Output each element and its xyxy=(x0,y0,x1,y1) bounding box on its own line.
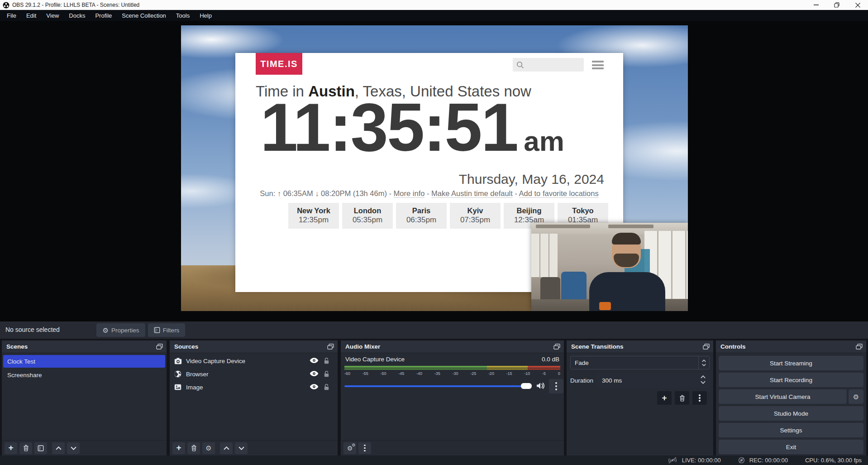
filter-icon xyxy=(154,327,160,333)
scene-item-clock-test[interactable]: Clock Test xyxy=(3,355,165,368)
menu-tools[interactable]: Tools xyxy=(171,10,195,21)
clock-display: 11:35:51 am xyxy=(260,92,604,163)
camera-icon xyxy=(174,358,182,364)
start-recording-button[interactable]: Start Recording xyxy=(719,373,863,387)
move-scene-down-button[interactable] xyxy=(67,442,80,454)
sources-title: Sources xyxy=(174,343,198,350)
source-row-browser[interactable]: Browser xyxy=(170,368,338,380)
visibility-eye-icon[interactable] xyxy=(310,357,319,364)
settings-button[interactable]: Settings xyxy=(719,423,863,437)
program-canvas[interactable]: TIME.IS Time in Austin, Texas, United St… xyxy=(181,25,688,311)
move-scene-up-button[interactable] xyxy=(52,442,65,454)
remove-source-button[interactable] xyxy=(187,442,200,454)
search-icon xyxy=(516,61,524,69)
source-properties-button[interactable]: ⚙ xyxy=(202,442,215,454)
menu-profile[interactable]: Profile xyxy=(90,10,117,21)
meter-scale: -60-55-50-45-40-35-30-25-20-15-10-50 xyxy=(344,371,560,376)
filters-button[interactable]: Filters xyxy=(148,323,185,337)
meter-tick-label: -50 xyxy=(380,371,386,376)
lock-icon[interactable] xyxy=(324,370,329,378)
studio-mode-button[interactable]: Studio Mode xyxy=(719,406,863,421)
cpu-fps-stats: CPU: 0.6%, 30.00 fps xyxy=(805,457,862,464)
meter-tick-label: -5 xyxy=(542,371,546,376)
spin-up-icon xyxy=(701,375,706,379)
mixer-menu-button[interactable] xyxy=(358,442,371,454)
popout-icon xyxy=(156,344,163,350)
popout-icon xyxy=(553,344,560,350)
transition-options-button[interactable] xyxy=(692,391,707,405)
date-display: Thursday, May 16, 2024 xyxy=(459,172,604,187)
volume-slider[interactable] xyxy=(344,385,531,387)
stream-inactive-icon xyxy=(668,457,677,464)
scene-item-screenshare[interactable]: Screenshare xyxy=(3,369,165,381)
mixer-options-button[interactable] xyxy=(549,379,563,393)
menu-file[interactable]: File xyxy=(2,10,21,21)
move-source-up-button[interactable] xyxy=(220,442,233,454)
meter-tick-label: -25 xyxy=(470,371,476,376)
spin-down-icon xyxy=(701,381,706,384)
menu-edit[interactable]: Edit xyxy=(21,10,41,21)
transition-dropdown[interactable]: Fade xyxy=(570,356,710,369)
timeis-logo: TIME.IS xyxy=(256,53,302,75)
transition-selected: Fade xyxy=(575,360,589,366)
clock-ampm: am xyxy=(524,125,564,157)
preview-area: TIME.IS Time in Austin, Texas, United St… xyxy=(0,21,868,321)
transitions-title: Scene Transitions xyxy=(571,343,624,350)
scene-filters-button[interactable] xyxy=(34,442,47,454)
speaker-icon[interactable] xyxy=(536,382,545,389)
exit-button[interactable]: Exit xyxy=(719,440,863,454)
restore-button[interactable] xyxy=(826,0,847,10)
city-box: New York12:35pm xyxy=(288,203,339,229)
advanced-audio-button[interactable]: ⚙ ⚙ xyxy=(343,442,356,454)
meter-tick-label: -40 xyxy=(416,371,422,376)
window-title: OBS 29.1.2 - Profile: LLHLS BETA - Scene… xyxy=(12,2,139,8)
duration-label: Duration xyxy=(570,377,593,384)
popout-icon xyxy=(703,344,710,350)
popout-icon xyxy=(327,344,334,350)
meter-tick-label: -60 xyxy=(344,371,350,376)
clock-time: 11:35:51 xyxy=(260,92,517,163)
menu-bar: File Edit View Docks Profile Scene Colle… xyxy=(0,10,868,21)
mixer-db-value: 0.0 dB xyxy=(542,356,559,363)
scene-transitions-panel: Scene Transitions Fade Duration 300 ms + xyxy=(567,340,713,455)
lock-icon[interactable] xyxy=(324,384,329,391)
duration-spinbox[interactable]: 300 ms xyxy=(596,373,710,388)
lock-icon[interactable] xyxy=(324,357,329,364)
close-button[interactable] xyxy=(847,0,868,10)
remove-scene-button[interactable] xyxy=(19,442,32,454)
visibility-eye-icon[interactable] xyxy=(310,370,319,377)
source-toolbar: No source selected ⚙ Properties Filters xyxy=(0,321,868,339)
menu-docks[interactable]: Docks xyxy=(64,10,90,21)
start-virtual-camera-button[interactable]: Start Virtual Camera xyxy=(719,389,847,404)
controls-panel: Controls Start Streaming Start Recording… xyxy=(716,340,866,455)
search-input xyxy=(513,58,584,72)
add-transition-button[interactable]: + xyxy=(657,391,672,405)
gear-icon: ⚙ xyxy=(103,327,109,334)
menu-help[interactable]: Help xyxy=(195,10,217,21)
remove-transition-button[interactable] xyxy=(675,391,689,405)
record-inactive-icon xyxy=(738,457,745,464)
source-row-video-capture[interactable]: Video Capture Device xyxy=(170,355,338,367)
volume-meter xyxy=(344,366,560,371)
menu-view[interactable]: View xyxy=(41,10,64,21)
status-bar: LIVE: 00:00:00 REC: 00:00:00 CPU: 0.6%, … xyxy=(0,455,868,465)
city-box: Kyiv07:35pm xyxy=(450,203,501,229)
add-source-button[interactable]: + xyxy=(172,442,185,454)
start-streaming-button[interactable]: Start Streaming xyxy=(719,356,863,370)
meter-tick-label: -20 xyxy=(488,371,494,376)
move-source-down-button[interactable] xyxy=(235,442,248,454)
globe-icon xyxy=(174,370,182,378)
meter-tick-label: -35 xyxy=(434,371,440,376)
selection-status: No source selected xyxy=(5,326,60,333)
visibility-eye-icon[interactable] xyxy=(310,384,319,390)
add-scene-button[interactable]: + xyxy=(5,442,17,454)
source-row-image[interactable]: Image xyxy=(170,381,338,393)
virtual-camera-config-button[interactable]: ⚙ xyxy=(849,389,863,404)
minimize-button[interactable] xyxy=(806,0,826,10)
city-box: Paris06:35pm xyxy=(396,203,447,229)
properties-button[interactable]: ⚙ Properties xyxy=(96,323,145,337)
volume-slider-handle[interactable] xyxy=(521,383,532,389)
popout-icon xyxy=(856,344,863,350)
menu-scene-collection[interactable]: Scene Collection xyxy=(117,10,171,21)
rec-time: REC: 00:00:00 xyxy=(749,457,788,464)
